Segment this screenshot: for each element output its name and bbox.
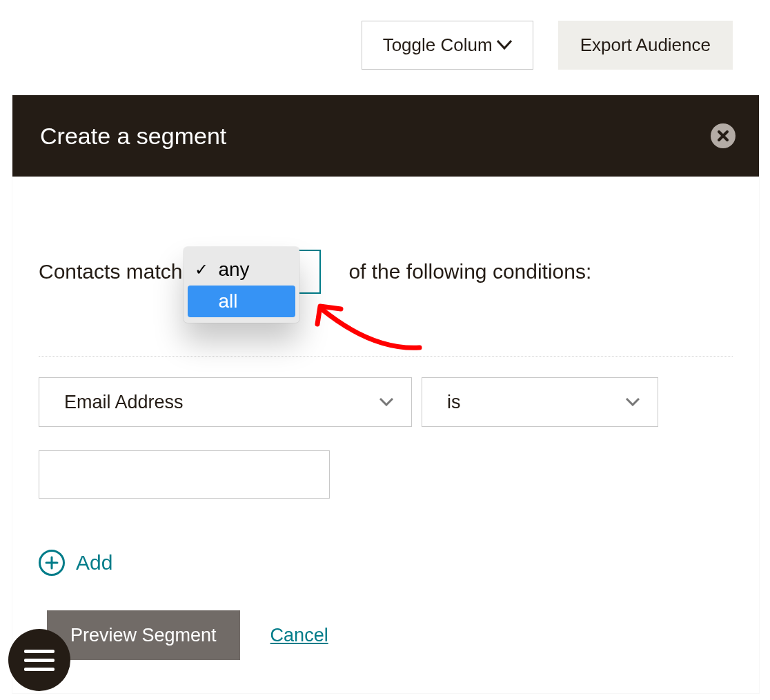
- match-option-label: all: [218, 290, 237, 312]
- match-option-any[interactable]: ✓ any: [188, 254, 295, 286]
- toolbar: Toggle Colum Export Audience: [0, 21, 770, 70]
- panel-title: Create a segment: [40, 123, 226, 150]
- match-option-all[interactable]: all: [188, 286, 295, 317]
- condition-operator-value: is: [447, 392, 461, 413]
- match-prefix: Contacts match: [39, 260, 182, 283]
- match-dropdown: ✓ any all: [184, 247, 299, 323]
- match-suffix: of the following conditions:: [348, 260, 591, 283]
- chevron-down-icon: [379, 398, 393, 406]
- condition-operator-select[interactable]: is: [422, 377, 658, 427]
- match-sentence: Contacts match ✓ any all: [39, 250, 733, 357]
- condition-row: Email Address is: [39, 357, 733, 427]
- plus-circle-icon: [39, 550, 65, 576]
- export-audience-button[interactable]: Export Audience: [558, 21, 733, 70]
- condition-field-select[interactable]: Email Address: [39, 377, 412, 427]
- panel-body: Contacts match ✓ any all: [12, 177, 759, 693]
- preview-segment-label: Preview Segment: [70, 625, 217, 646]
- toggle-columns-button[interactable]: Toggle Colum: [362, 21, 533, 70]
- panel-footer: Preview Segment Cancel: [47, 610, 733, 660]
- create-segment-panel: Create a segment Contacts match ✓ any: [12, 95, 759, 693]
- cancel-label: Cancel: [270, 625, 328, 646]
- cancel-link[interactable]: Cancel: [270, 625, 328, 646]
- close-icon: [717, 130, 729, 142]
- hamburger-menu-button[interactable]: [8, 629, 70, 691]
- hamburger-icon: [24, 650, 55, 671]
- chevron-down-icon: [497, 37, 512, 53]
- add-condition-label: Add: [76, 551, 112, 574]
- panel-header: Create a segment: [12, 95, 759, 177]
- condition-field-value: Email Address: [64, 392, 184, 413]
- match-select[interactable]: ✓ any all: [195, 250, 321, 294]
- add-condition-button[interactable]: Add: [39, 550, 733, 576]
- chevron-down-icon: [626, 398, 640, 406]
- toggle-columns-label: Toggle Colum: [383, 34, 493, 56]
- export-audience-label: Export Audience: [580, 34, 711, 56]
- check-icon: ✓: [195, 261, 211, 278]
- condition-value-input[interactable]: [39, 450, 330, 499]
- close-button[interactable]: [711, 123, 736, 148]
- preview-segment-button[interactable]: Preview Segment: [47, 610, 240, 660]
- match-option-label: any: [218, 259, 249, 281]
